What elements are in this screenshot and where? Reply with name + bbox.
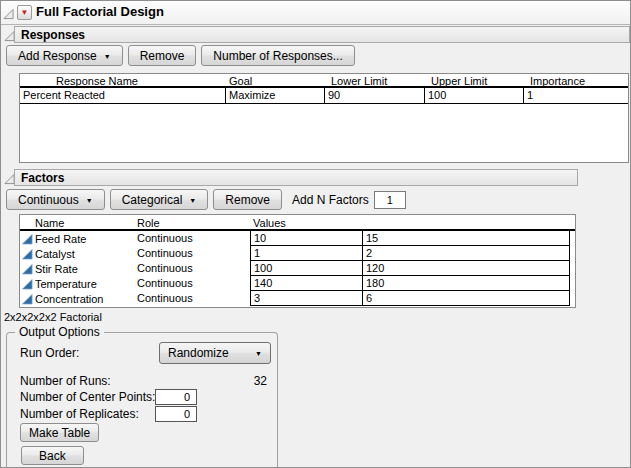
factor-row: Stir Rate Continuous 100 120 [20, 261, 575, 276]
factor-role-cell[interactable]: Continuous [137, 231, 250, 246]
factor-low-value-cell[interactable]: 10 [250, 231, 362, 246]
response-goal-cell[interactable]: Maximize [226, 88, 325, 104]
responses-table: Response Name Goal Lower Limit Upper Lim… [19, 73, 629, 163]
factor-name-label: Temperature [35, 277, 97, 291]
categorical-button[interactable]: Categorical ▼ [110, 189, 209, 210]
continuous-label: Continuous [18, 193, 79, 207]
factor-role-cell[interactable]: Continuous [137, 261, 250, 276]
factor-low-value-cell[interactable]: 3 [250, 291, 362, 306]
make-table-label: Make Table [29, 426, 90, 440]
number-of-runs-value: 32 [254, 374, 267, 388]
run-order-value: Randomize [168, 346, 229, 360]
factor-name-label: Catalyst [35, 247, 75, 261]
add-response-label: Add Response [18, 49, 97, 63]
factors-table: Name Role Values Feed Rate Continuous 10… [19, 214, 576, 308]
factor-low-value-cell[interactable]: 140 [250, 276, 362, 291]
replicates-label: Number of Replicates: [20, 407, 139, 421]
responses-table-header: Response Name Goal Lower Limit Upper Lim… [20, 74, 628, 88]
response-lower-limit-cell[interactable]: 90 [325, 88, 425, 104]
response-row: Percent Reacted Maximize 90 100 1 [20, 88, 628, 104]
add-response-button[interactable]: Add Response ▼ [6, 45, 123, 66]
continuous-factor-icon [22, 278, 33, 290]
factor-high-value-cell[interactable]: 2 [362, 246, 570, 261]
continuous-factor-icon [22, 293, 33, 305]
factor-role-cell[interactable]: Continuous [137, 246, 250, 261]
run-order-label: Run Order: [20, 346, 79, 360]
number-of-responses-label: Number of Responses... [213, 49, 342, 63]
col-name: Name [20, 215, 137, 231]
col-goal: Goal [226, 74, 325, 88]
factor-row: Concentration Continuous 3 6 [20, 291, 575, 306]
factor-high-value-cell[interactable]: 120 [362, 261, 570, 276]
factor-high-value-cell[interactable]: 6 [362, 291, 570, 306]
continuous-factor-icon [22, 263, 33, 275]
number-of-runs-label: Number of Runs: [20, 374, 111, 388]
factor-name-label: Concentration [35, 292, 104, 306]
factor-high-value-cell[interactable]: 180 [362, 276, 570, 291]
full-factorial-design-window: ▼ Full Factorial Design Responses Add Re… [0, 0, 631, 468]
add-n-factors-label: Add N Factors [292, 193, 369, 207]
responses-toolbar: Add Response ▼ Remove Number of Response… [6, 45, 355, 66]
back-label: Back [39, 449, 66, 463]
response-name-cell[interactable]: Percent Reacted [20, 88, 226, 104]
response-upper-limit-cell[interactable]: 100 [425, 88, 524, 104]
chevron-down-icon: ▼ [255, 350, 262, 357]
replicates-input[interactable] [155, 406, 197, 422]
remove-factor-button[interactable]: Remove [213, 189, 282, 210]
col-importance: Importance [524, 74, 628, 88]
responses-header-label: Responses [21, 28, 85, 42]
factor-role-cell[interactable]: Continuous [137, 291, 250, 306]
factors-toolbar: Continuous ▼ Categorical ▼ Remove Add N … [6, 189, 406, 210]
center-points-label: Number of Center Points: [20, 390, 155, 404]
continuous-button[interactable]: Continuous ▼ [6, 189, 105, 210]
factor-name-label: Stir Rate [35, 262, 78, 276]
disclosure-triangle-icon[interactable] [3, 6, 14, 18]
output-options-title: Output Options [15, 325, 104, 339]
run-order-dropdown[interactable]: Randomize ▼ [159, 342, 271, 364]
factors-header-bar[interactable]: Factors [14, 169, 578, 186]
factor-name-cell[interactable]: Stir Rate [20, 261, 137, 276]
col-role: Role [137, 215, 250, 231]
factor-row: Temperature Continuous 140 180 [20, 276, 575, 291]
page-title: Full Factorial Design [36, 4, 164, 19]
response-importance-cell[interactable]: 1 [524, 88, 628, 104]
factor-low-value-cell[interactable]: 1 [250, 246, 362, 261]
factor-row: Catalyst Continuous 1 2 [20, 246, 575, 261]
factor-name-cell[interactable]: Temperature [20, 276, 137, 291]
output-options-group: Output Options Run Order: Randomize ▼ Nu… [6, 332, 278, 468]
factor-name-cell[interactable]: Catalyst [20, 246, 137, 261]
factor-name-cell[interactable]: Feed Rate [20, 231, 137, 246]
col-lower-limit: Lower Limit [325, 74, 425, 88]
continuous-factor-icon [22, 233, 33, 245]
number-of-responses-button[interactable]: Number of Responses... [201, 45, 354, 66]
center-points-input[interactable] [155, 389, 197, 405]
make-table-button[interactable]: Make Table [20, 423, 99, 442]
col-upper-limit: Upper Limit [425, 74, 524, 88]
chevron-down-icon: ▼ [86, 197, 93, 204]
responses-header-bar[interactable]: Responses [14, 26, 630, 43]
col-values: Values [250, 215, 362, 231]
factors-table-header: Name Role Values [20, 215, 575, 231]
window-title-bar: ▼ Full Factorial Design [1, 1, 631, 25]
chevron-down-icon: ▼ [104, 53, 111, 60]
back-button[interactable]: Back [21, 446, 84, 465]
red-triangle-menu-button[interactable]: ▼ [17, 5, 32, 20]
factor-role-cell[interactable]: Continuous [137, 276, 250, 291]
remove-response-label: Remove [140, 49, 185, 63]
remove-factor-label: Remove [225, 193, 270, 207]
factor-row: Feed Rate Continuous 10 15 [20, 231, 575, 246]
factor-high-value-cell[interactable]: 15 [362, 231, 570, 246]
design-summary-label: 2x2x2x2x2 Factorial [4, 311, 102, 323]
factor-name-label: Feed Rate [35, 232, 86, 246]
factor-name-cell[interactable]: Concentration [20, 291, 137, 306]
chevron-down-icon: ▼ [189, 197, 196, 204]
factor-low-value-cell[interactable]: 100 [250, 261, 362, 276]
factors-header-label: Factors [21, 171, 64, 185]
remove-response-button[interactable]: Remove [128, 45, 197, 66]
continuous-factor-icon [22, 248, 33, 260]
col-response-name: Response Name [20, 74, 226, 88]
add-n-factors-input[interactable] [374, 191, 406, 209]
categorical-label: Categorical [122, 193, 183, 207]
red-triangle-icon: ▼ [21, 9, 29, 17]
